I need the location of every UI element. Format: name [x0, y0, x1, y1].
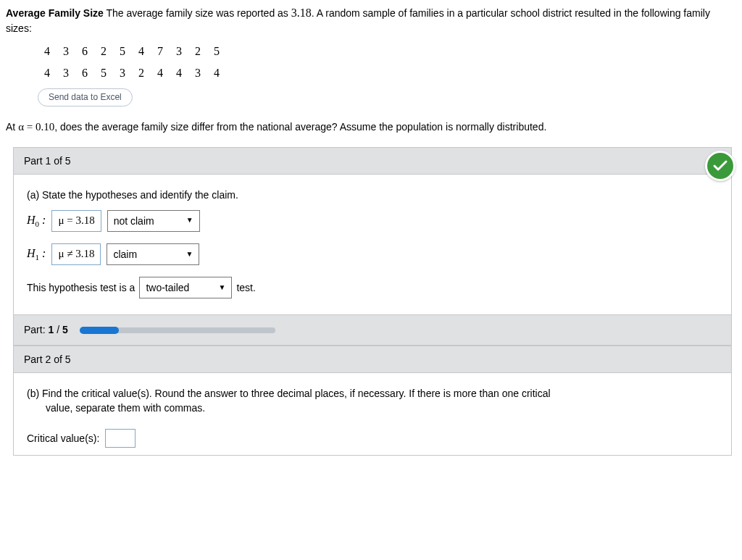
part-2-panel: Part 2 of 5 (b) Find the critical value(…: [13, 346, 732, 456]
progress-bar[interactable]: [80, 327, 275, 333]
data-value: 5: [113, 43, 132, 59]
h1-claim-select[interactable]: claim ▼: [107, 243, 199, 265]
data-value: 4: [38, 43, 57, 59]
data-value: 4: [151, 64, 170, 81]
sample-data: 4362547325 4365324434: [38, 43, 736, 80]
h0-expression-box[interactable]: μ = 3.18: [51, 210, 101, 232]
send-to-excel-button[interactable]: Send data to Excel: [38, 88, 133, 106]
data-value: 2: [132, 64, 151, 81]
chevron-down-icon: ▼: [186, 215, 193, 226]
part-1-panel: Part 1 of 5 (a) State the hypotheses and…: [13, 147, 732, 346]
critical-value-line: Critical value(s):: [27, 429, 718, 448]
data-value: 2: [188, 43, 207, 59]
part-2-header: Part 2 of 5: [14, 346, 731, 373]
critical-value-label: Critical value(s):: [27, 431, 99, 446]
chevron-down-icon: ▼: [219, 283, 226, 293]
h0-label: H0 :: [27, 212, 46, 230]
data-row-2: 4365324434: [38, 64, 736, 81]
problem-intro: Average Family Size The average family s…: [6, 4, 736, 35]
part-1-prompt: (a) State the hypotheses and identify th…: [27, 188, 718, 202]
data-value: 6: [75, 43, 94, 59]
part-1-header: Part 1 of 5: [14, 148, 731, 175]
h1-label: H1 :: [27, 245, 46, 264]
h0-claim-select[interactable]: not claim ▼: [107, 210, 200, 232]
tail-type-select[interactable]: two-tailed ▼: [139, 277, 232, 298]
h1-expression-box[interactable]: μ ≠ 3.18: [51, 243, 101, 265]
correct-check-icon: [705, 151, 735, 181]
progress-row: Part: 1 / 5: [14, 314, 731, 344]
data-value: 6: [75, 64, 94, 81]
progress-fill: [80, 327, 119, 334]
critical-value-input[interactable]: [105, 429, 136, 448]
data-row-1: 4362547325: [38, 43, 736, 59]
data-value: 5: [94, 64, 113, 81]
chevron-down-icon: ▼: [186, 249, 193, 260]
data-value: 3: [170, 43, 188, 59]
test-type-line: This hypothesis test is a two-tailed ▼ t…: [27, 277, 718, 298]
data-value: 3: [188, 64, 207, 81]
data-value: 3: [57, 43, 75, 59]
problem-title: Average Family Size: [6, 7, 104, 19]
h1-line: H1 : μ ≠ 3.18 claim ▼: [27, 243, 718, 265]
data-value: 3: [113, 64, 132, 81]
part-2-prompt: (b) Find the critical value(s). Round th…: [27, 386, 718, 416]
data-value: 7: [151, 43, 170, 59]
data-value: 4: [38, 64, 57, 81]
alpha-expression: α = 0.10: [18, 121, 54, 133]
data-value: 5: [207, 43, 226, 59]
h0-line: H0 : μ = 3.18 not claim ▼: [27, 210, 718, 232]
data-value: 2: [94, 43, 113, 59]
reported-value: 3.18: [291, 7, 312, 19]
data-value: 4: [132, 43, 151, 59]
data-value: 3: [57, 64, 75, 81]
progress-label: Part: 1 / 5: [24, 322, 68, 337]
data-value: 4: [170, 64, 188, 81]
data-value: 4: [207, 64, 226, 81]
question-text: At α = 0.10, does the average family siz…: [6, 120, 736, 135]
